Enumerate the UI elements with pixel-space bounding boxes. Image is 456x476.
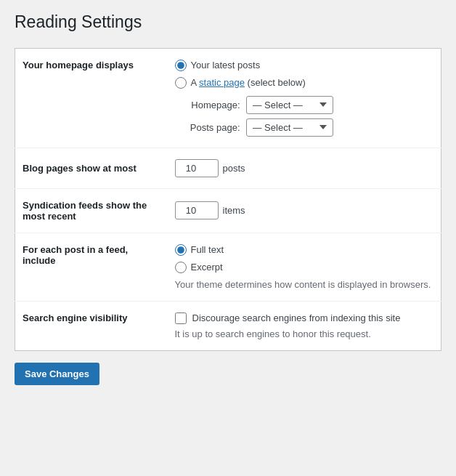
- homepage-select-label: Homepage:: [175, 100, 240, 110]
- feed-content-label: For each post in a feed, include: [15, 233, 168, 301]
- blog-pages-input[interactable]: [175, 159, 219, 177]
- full-text-radio[interactable]: [175, 244, 187, 256]
- save-changes-button[interactable]: Save Changes: [15, 363, 99, 385]
- feed-content-control: Full text Excerpt Your theme determines …: [168, 233, 441, 301]
- excerpt-label[interactable]: Excerpt: [191, 262, 223, 273]
- page-wrap: Reading Settings Your homepage displays …: [0, 0, 456, 400]
- static-page-suffix: (select below): [248, 77, 306, 88]
- posts-page-select-row: Posts page: — Select —: [175, 118, 434, 137]
- search-engine-checkbox-label[interactable]: Discourage search engines from indexing …: [192, 312, 401, 323]
- blog-pages-label: Blog pages show at most: [15, 148, 168, 188]
- homepage-displays-label: Your homepage displays: [15, 48, 168, 148]
- feed-content-row: For each post in a feed, include Full te…: [15, 233, 441, 301]
- full-text-option: Full text: [175, 244, 434, 256]
- syndication-feeds-control: items: [168, 188, 441, 233]
- full-text-label[interactable]: Full text: [191, 244, 224, 255]
- search-engine-checkbox-row: Discourage search engines from indexing …: [175, 312, 434, 324]
- excerpt-option: Excerpt: [175, 262, 434, 273]
- posts-page-select[interactable]: — Select —: [246, 118, 333, 137]
- search-engine-control: Discourage search engines from indexing …: [168, 301, 441, 350]
- blog-pages-control: posts: [168, 148, 441, 188]
- search-engine-hint: It is up to search engines to honor this…: [175, 328, 434, 339]
- latest-posts-label[interactable]: Your latest posts: [191, 60, 261, 70]
- static-page-label: A static page (select below): [191, 77, 306, 88]
- blog-pages-row: Blog pages show at most posts: [15, 148, 441, 188]
- static-page-option: A static page (select below): [175, 77, 434, 89]
- homepage-select[interactable]: — Select —: [246, 96, 333, 114]
- syndication-feeds-input[interactable]: [175, 201, 219, 219]
- syndication-feeds-label: Syndication feeds show the most recent: [15, 188, 168, 233]
- syndication-feeds-input-row: items: [175, 201, 434, 219]
- static-page-link[interactable]: static page: [199, 77, 245, 88]
- search-engine-row: Search engine visibility Discourage sear…: [15, 301, 441, 350]
- posts-page-select-label: Posts page:: [175, 122, 240, 133]
- homepage-displays-control: Your latest posts A static page (select …: [168, 48, 441, 148]
- page-title: Reading Settings: [15, 12, 441, 33]
- static-page-radio[interactable]: [175, 77, 187, 89]
- settings-form: Your homepage displays Your latest posts…: [15, 48, 441, 351]
- syndication-feeds-row: Syndication feeds show the most recent i…: [15, 188, 441, 233]
- blog-pages-suffix: posts: [223, 163, 245, 174]
- homepage-displays-row: Your homepage displays Your latest posts…: [15, 48, 441, 148]
- feed-content-hint: Your theme determines how content is dis…: [175, 279, 434, 290]
- latest-posts-radio[interactable]: [175, 60, 187, 71]
- excerpt-radio[interactable]: [175, 262, 187, 273]
- homepage-select-row: Homepage: — Select —: [175, 96, 434, 114]
- syndication-feeds-suffix: items: [223, 205, 245, 216]
- blog-pages-input-row: posts: [175, 159, 434, 177]
- latest-posts-option: Your latest posts: [175, 60, 434, 71]
- search-engine-label: Search engine visibility: [15, 301, 168, 350]
- search-engine-checkbox[interactable]: [175, 312, 187, 324]
